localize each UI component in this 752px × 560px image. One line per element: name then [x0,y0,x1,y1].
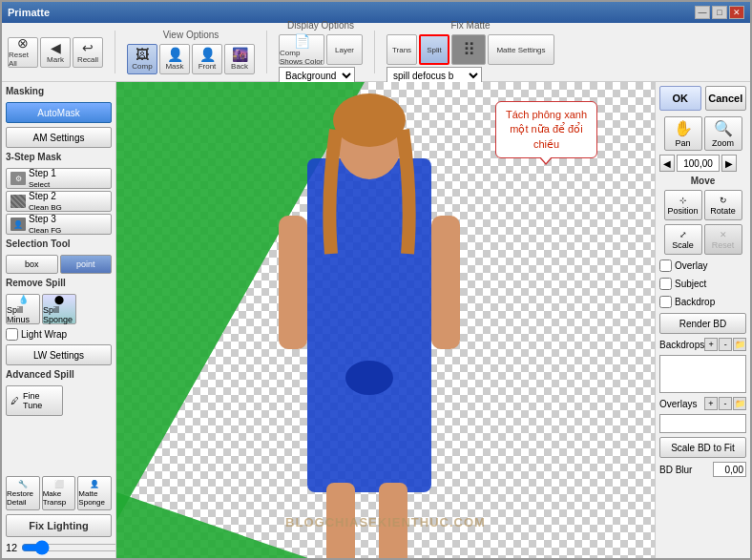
make-transp-label: Make Transp [43,489,75,507]
layer-button[interactable]: Layer [326,34,363,65]
zoom-pan-row: ✋ Pan 🔍 Zoom [659,116,746,151]
step1-icon: ⚙ [10,172,26,185]
matte-settings-label: Matte Settings [496,46,545,54]
maximize-button[interactable]: □ [712,6,727,19]
matte-sponge-button[interactable]: 👤 Matte Sponge [77,476,112,510]
lw-settings-button[interactable]: LW Settings [6,344,112,365]
backdrops-remove-button[interactable]: - [719,338,732,351]
pan-label: Pan [675,138,690,148]
zoom-button[interactable]: 🔍 Zoom [704,116,742,151]
back-icon: 🌆 [232,48,248,61]
lighting-slider[interactable] [21,541,116,554]
zoom-input[interactable] [677,155,720,172]
fix-lighting-button[interactable]: Fix Lighting [6,514,112,537]
zoom-input-row: ◀ ▶ [659,155,746,172]
recall-button[interactable]: ↩ Recall [73,37,103,68]
selection-tool-row: box point [6,255,112,274]
display-options-section: Display Options 📄 Comp Shows Color Layer… [279,20,363,84]
close-button[interactable]: ✕ [729,6,744,19]
overlays-label: Overlays [659,399,697,409]
fine-tune-button[interactable]: 🖊 Fine Tune [6,385,63,416]
scale-reset-buttons: ⤢ Scale ✕ Reset [659,224,746,255]
mask-icon: 👤 [167,48,183,61]
overlays-folder-button[interactable]: 📁 [733,397,746,410]
subject-checkbox[interactable] [659,278,672,290]
ok-button[interactable]: OK [659,86,701,111]
make-transp-button[interactable]: ⬜ Make Transp [42,476,76,510]
pan-button[interactable]: ✋ Pan [664,116,702,151]
front-view-button[interactable]: 👤 Front [192,44,222,74]
back-view-button[interactable]: 🌆 Back [224,44,255,74]
comp-shows-label: Comp Shows Color [280,49,324,66]
split-button[interactable]: Split [419,34,449,65]
separator-1 [115,31,115,73]
comp-icon: 🖼 [136,48,149,61]
trans-label: Trans [392,46,411,54]
light-wrap-row: Light Wrap [6,328,112,341]
mark-label: Mark [47,55,64,64]
overlay-checkbox[interactable] [659,259,672,272]
overlays-remove-button[interactable]: - [719,397,732,410]
spill-sponge-button[interactable]: ⬤ Spill Sponge [42,294,76,324]
step2-button[interactable]: Step 2 Clean BG [6,191,112,212]
am-settings-button[interactable]: AM Settings [6,127,112,148]
reset-label: Reset [712,240,735,250]
restore-icon: 🔧 [18,480,28,488]
reset-button[interactable]: ✕ Reset [704,224,742,255]
overlays-add-button[interactable]: + [704,397,718,410]
restore-detail-button[interactable]: 🔧 Restore Detail [6,476,40,510]
position-button[interactable]: ⊹ Position [664,190,702,220]
minimize-button[interactable]: — [695,6,710,19]
reset-all-label: Reset All [9,51,37,68]
comp-shows-color-button[interactable]: 📄 Comp Shows Color [279,34,324,65]
make-transp-icon: ⬜ [54,480,64,488]
render-bd-button[interactable]: Render BD [659,313,746,334]
scale-bd-to-fit-button[interactable]: Scale BD to Fit [659,437,746,458]
advanced-spill-label: Advanced Spill [6,369,112,380]
mark-icon: ◀ [51,41,61,54]
canvas-image: BLOGCHIASEKIENTHUC.COM Tách phông xanhmộ… [116,82,655,558]
reset-move-icon: ✕ [720,230,727,239]
step1-button[interactable]: ⚙ Step 1 Select [6,168,112,189]
step3-button[interactable]: 👤 Step 3 Clean FG [6,214,112,235]
point-button[interactable]: point [60,255,113,274]
mask-view-button[interactable]: 👤 Mask [159,44,190,74]
cancel-button[interactable]: Cancel [705,86,747,111]
scale-label: Scale [672,240,694,250]
backdrop-label: Backdrop [675,297,715,307]
display-row-1: 📄 Comp Shows Color Layer [279,34,363,65]
light-wrap-label: Light Wrap [21,329,67,340]
step-buttons-group: ⚙ Step 1 Select Step 2 Clean BG [6,168,112,235]
backdrops-list [659,355,746,393]
bd-blur-input[interactable] [713,462,746,477]
light-wrap-checkbox[interactable] [6,328,18,341]
rotate-button[interactable]: ↻ Rotate [704,190,742,220]
backdrop-checkbox[interactable] [659,296,672,308]
subject-label: Subject [675,279,706,289]
backdrops-folder-button[interactable]: 📁 [733,338,746,351]
three-step-mask-label: 3-Step Mask [6,152,112,162]
auto-mask-button[interactable]: AutoMask [6,102,112,123]
step1-label: Step 1 Select [29,168,56,189]
overlays-control-buttons: + - 📁 [704,397,746,410]
zoom-increase-button[interactable]: ▶ [721,155,737,172]
soften-matte-button[interactable]: ⠿ [451,34,486,65]
zoom-decrease-button[interactable]: ◀ [659,155,675,172]
scale-button[interactable]: ⤢ Scale [664,224,702,255]
matte-settings-button[interactable]: Matte Settings [488,34,554,65]
backdrops-row: Backdrops + - 📁 [659,338,746,351]
spill-buttons-row: 💧 Spill Minus ⬤ Spill Sponge [6,294,112,324]
box-button[interactable]: box [6,255,58,274]
selection-tool-label: Selection Tool [6,239,112,249]
view-options-label: View Options [127,30,255,40]
toolbar: ⊗ Reset All ◀ Mark ↩ Recall View Options… [2,23,750,82]
trans-button[interactable]: Trans [386,34,417,65]
separator-3 [374,31,375,73]
svg-rect-10 [279,216,307,349]
mark-button[interactable]: ◀ Mark [40,37,71,68]
comp-view-button[interactable]: 🖼 Comp [127,44,157,74]
reset-all-button[interactable]: ⊗ Reset All [8,37,38,68]
spill-minus-button[interactable]: 💧 Spill Minus [6,294,40,324]
remove-spill-label: Remove Spill [6,278,112,288]
backdrops-add-button[interactable]: + [704,338,718,351]
